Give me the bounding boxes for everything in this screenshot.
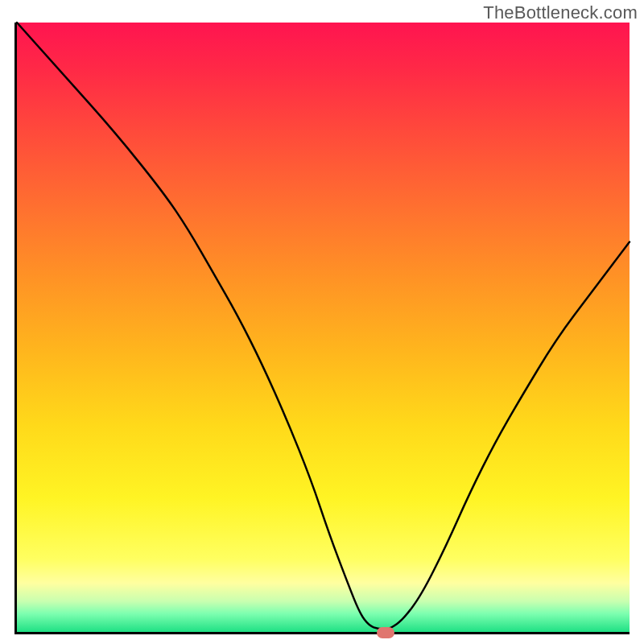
curve-svg — [17, 23, 630, 632]
bottleneck-chart: TheBottleneck.com — [0, 0, 644, 644]
bottleneck-curve-path — [17, 23, 630, 629]
watermark-text: TheBottleneck.com — [483, 2, 638, 23]
plot-area — [14, 23, 630, 634]
minimum-marker — [377, 627, 394, 638]
